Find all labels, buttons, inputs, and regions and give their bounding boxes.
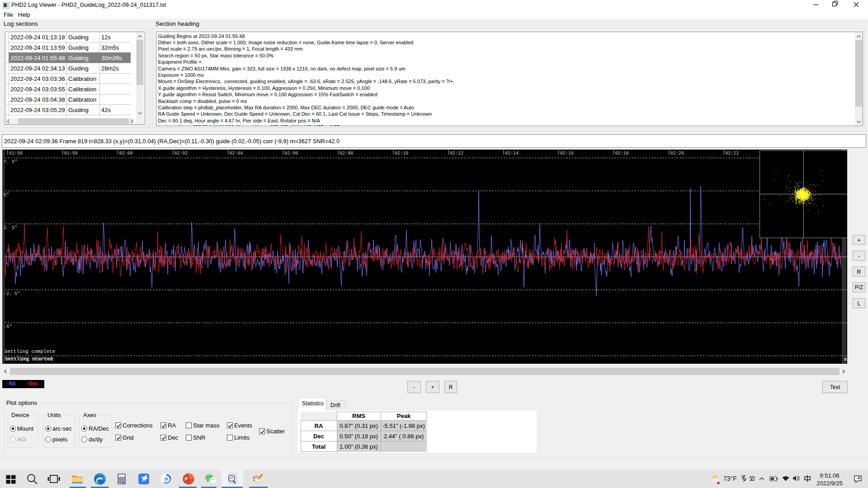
svg-text:02:22: 02:22 <box>726 151 739 156</box>
svg-text:02:04: 02:04 <box>230 151 243 156</box>
svg-text:02:02: 02:02 <box>175 151 188 156</box>
svg-text:02:14: 02:14 <box>505 151 519 156</box>
svg-text:02:10: 02:10 <box>395 151 408 156</box>
svg-text:01:56: 01:56 <box>9 151 23 156</box>
svg-text:02:16: 02:16 <box>560 151 574 156</box>
svg-text:02:18: 02:18 <box>615 151 629 156</box>
svg-text:2. 5″: 2. 5″ <box>4 225 17 230</box>
svg-text:-5″: -5″ <box>4 324 12 329</box>
svg-text:Settling complete: Settling complete <box>5 349 55 354</box>
svg-text:-2. 5″: -2. 5″ <box>4 291 20 296</box>
svg-text:02:06: 02:06 <box>284 151 298 156</box>
svg-text:02:00: 02:00 <box>119 151 133 156</box>
svg-text:R: R <box>844 357 847 362</box>
svg-text:7. 5″: 7. 5″ <box>4 160 17 164</box>
svg-text:02:20: 02:20 <box>670 151 684 156</box>
svg-text:02:08: 02:08 <box>340 151 353 156</box>
svg-text:5″: 5″ <box>4 192 9 197</box>
svg-text:01:58: 01:58 <box>64 151 78 156</box>
svg-text:Settling started: Settling started <box>6 357 54 362</box>
svg-text:P: P <box>184 476 188 482</box>
svg-text:02:12: 02:12 <box>450 151 463 156</box>
